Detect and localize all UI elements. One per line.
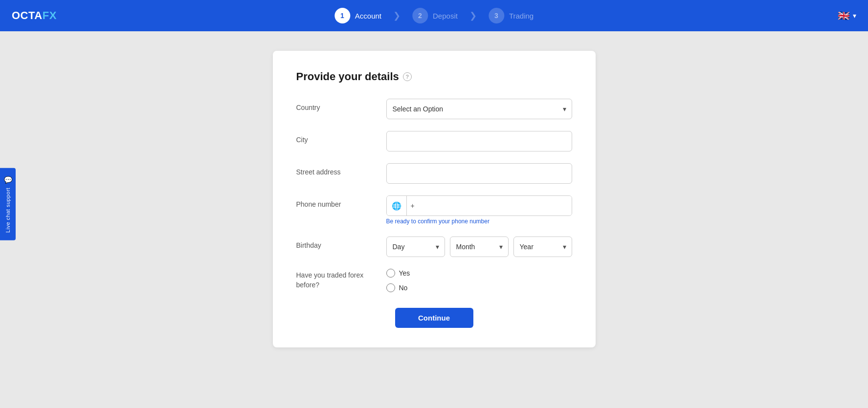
- globe-icon: 🌐: [392, 201, 401, 211]
- form-title: Provide your details ?: [296, 70, 572, 83]
- form-card: Provide your details ? Country Select an…: [273, 51, 596, 347]
- forex-label: Have you traded forex before?: [296, 269, 375, 290]
- forex-yes-radio[interactable]: [386, 269, 395, 278]
- phone-input[interactable]: [419, 196, 572, 215]
- phone-field: 🌐 + Be ready to confirm your phone numbe…: [386, 195, 572, 225]
- language-selector[interactable]: 🇬🇧 ▾: [838, 10, 856, 21]
- form-title-text: Provide your details: [296, 70, 399, 83]
- birthday-field: Day Month Year: [386, 236, 572, 257]
- city-field: [386, 131, 572, 151]
- live-chat-button[interactable]: 💬 Live chat support: [0, 168, 16, 240]
- step-3[interactable]: 3 Trading: [479, 8, 543, 23]
- step-1-label: Account: [355, 12, 381, 20]
- year-select[interactable]: Year: [513, 236, 572, 257]
- flag-icon: 🇬🇧: [838, 10, 850, 21]
- street-input[interactable]: [386, 163, 572, 184]
- forex-radio-group: Yes No: [386, 269, 572, 292]
- step-arrow-1: ❯: [393, 10, 401, 21]
- step-2-label: Deposit: [433, 12, 458, 20]
- country-select-wrapper: Select an Option: [386, 99, 572, 119]
- country-field: Select an Option: [386, 99, 572, 119]
- year-select-wrapper: Year: [513, 236, 572, 257]
- chat-icon: 💬: [4, 175, 12, 183]
- city-label: City: [296, 131, 375, 144]
- phone-hint: Be ready to confirm your phone number: [386, 218, 572, 225]
- country-row: Country Select an Option: [296, 99, 572, 119]
- step-2-number: 2: [412, 8, 428, 23]
- street-field: [386, 163, 572, 184]
- day-select-wrapper: Day: [386, 236, 445, 257]
- forex-yes-option[interactable]: Yes: [386, 269, 572, 278]
- step-3-number: 3: [489, 8, 504, 23]
- birthday-label: Birthday: [296, 236, 375, 249]
- logo-fx: FX: [43, 9, 57, 22]
- main-content: Provide your details ? Country Select an…: [0, 31, 868, 367]
- logo-octa: OCTA: [12, 9, 43, 22]
- steps-nav: 1 Account ❯ 2 Deposit ❯ 3 Trading: [325, 8, 543, 23]
- help-icon[interactable]: ?: [403, 72, 412, 81]
- street-row: Street address: [296, 163, 572, 184]
- continue-button[interactable]: Continue: [395, 308, 473, 328]
- step-1[interactable]: 1 Account: [325, 8, 391, 23]
- continue-row: Continue: [296, 308, 572, 328]
- phone-row: Phone number 🌐 + Be ready to confirm you…: [296, 195, 572, 225]
- country-select[interactable]: Select an Option: [386, 99, 572, 119]
- month-select[interactable]: Month: [450, 236, 509, 257]
- country-label: Country: [296, 99, 375, 111]
- phone-label: Phone number: [296, 195, 375, 208]
- forex-row: Have you traded forex before? Yes No: [296, 269, 572, 292]
- header: OCTAFX 1 Account ❯ 2 Deposit ❯ 3 Trading…: [0, 0, 868, 31]
- birthday-row: Birthday Day Month Yea: [296, 236, 572, 257]
- logo: OCTAFX: [12, 9, 57, 22]
- day-select[interactable]: Day: [386, 236, 445, 257]
- step-2[interactable]: 2 Deposit: [402, 8, 467, 23]
- forex-no-option[interactable]: No: [386, 283, 572, 292]
- forex-no-radio[interactable]: [386, 283, 395, 292]
- live-chat-label: Live chat support: [5, 187, 11, 232]
- forex-yes-label: Yes: [399, 269, 410, 277]
- city-row: City: [296, 131, 572, 151]
- month-select-wrapper: Month: [450, 236, 509, 257]
- step-3-label: Trading: [509, 12, 534, 20]
- phone-plus: +: [407, 202, 419, 210]
- phone-wrapper: 🌐 +: [386, 195, 572, 216]
- forex-no-label: No: [399, 284, 408, 292]
- chevron-down-icon: ▾: [853, 12, 856, 20]
- birthday-selects: Day Month Year: [386, 236, 572, 257]
- step-1-number: 1: [334, 8, 350, 23]
- forex-field: Yes No: [386, 269, 572, 292]
- phone-country-selector[interactable]: 🌐: [387, 196, 407, 215]
- city-input[interactable]: [386, 131, 572, 151]
- step-arrow-2: ❯: [469, 10, 477, 21]
- street-label: Street address: [296, 163, 375, 176]
